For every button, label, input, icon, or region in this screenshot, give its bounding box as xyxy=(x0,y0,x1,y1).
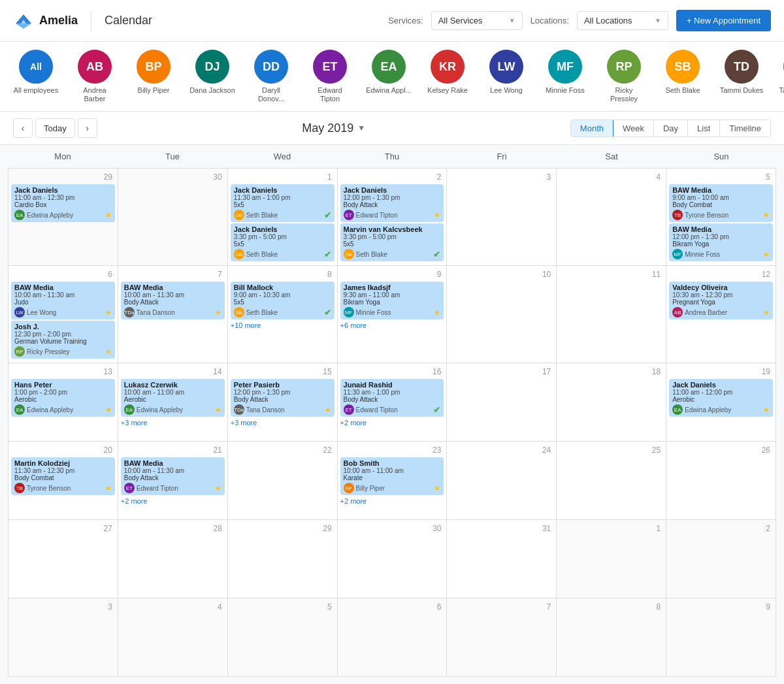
nav-buttons: ‹ Today › xyxy=(13,118,97,138)
employee-edwina[interactable]: EA Edwina Appl... xyxy=(366,50,412,95)
appt-jack-may19[interactable]: Jack Daniels 11:00 am - 12:00 pm Aerobic… xyxy=(669,379,773,417)
emp-dot-edward2: ET xyxy=(344,404,354,415)
employee-andrea[interactable]: AB Andrea Barber xyxy=(72,50,118,103)
cal-cell-jun4: 4 xyxy=(118,598,228,677)
cal-cell-jun8: 8 xyxy=(557,598,666,677)
cal-cell-jun7: 7 xyxy=(447,598,557,677)
date-may15: 15 xyxy=(231,366,335,378)
appt-bob-may23[interactable]: Bob Smith 10:00 am - 11:00 am Karate BP … xyxy=(340,457,444,495)
view-list-button[interactable]: List xyxy=(688,120,720,137)
view-week-button[interactable]: Week xyxy=(613,120,654,137)
emp-dot-edward1: ET xyxy=(344,210,354,220)
appt-lukasz-may14[interactable]: Lukasz Czerwik 10:00 am - 11:00 am Aerob… xyxy=(121,379,225,417)
employee-minnie-avatar: MF xyxy=(548,50,582,84)
cal-cell-may22: 22 xyxy=(228,442,338,520)
appt-baw-may6[interactable]: BAW Media 10:00 am - 11:30 am Judo LW Le… xyxy=(11,282,115,319)
employee-tammi-avatar: TD xyxy=(725,50,759,84)
employee-ricky[interactable]: RP Ricky Pressley xyxy=(601,50,647,103)
more-link-may21[interactable]: +2 more xyxy=(121,497,225,506)
calendar-month-year: May 2019 xyxy=(302,122,353,135)
cal-cell-may14: 14 Lukasz Czerwik 10:00 am - 11:00 am Ae… xyxy=(118,363,228,442)
date-apr30: 30 xyxy=(121,171,225,183)
cal-cell-may16: 16 Junaid Rashid 11:30 am - 1:00 pm Body… xyxy=(338,363,448,442)
day-header-thu: Thu xyxy=(337,145,447,168)
page-title: Calendar xyxy=(105,14,152,27)
emp-dot-edwina2: EA xyxy=(14,404,25,415)
employee-kelsey[interactable]: KR Kelsey Rake xyxy=(425,50,470,95)
more-link-may9[interactable]: +6 more xyxy=(340,321,444,330)
date-may18: 18 xyxy=(559,366,663,378)
employee-all[interactable]: All All employees xyxy=(13,50,59,95)
appt-hans-may13[interactable]: Hans Peter 1:00 pm - 2:00 pm Aerobic EA … xyxy=(11,379,115,417)
star-icon2: ★ xyxy=(434,211,440,220)
star-icon6: ★ xyxy=(105,348,112,356)
appt-junaid-may16[interactable]: Junaid Rashid 11:30 am - 1:00 pm Body At… xyxy=(340,379,444,417)
date-may6: 6 xyxy=(11,269,115,280)
employee-all-avatar: All xyxy=(19,50,53,84)
cal-cell-may20: 20 Martin Kolodziej 11:30 am - 12:30 pm … xyxy=(8,442,118,520)
appt-james-may9[interactable]: James Ikadsjf 9:30 am - 11:00 am Bikram … xyxy=(340,282,444,319)
new-appointment-button[interactable]: + New Appointment xyxy=(676,10,771,31)
appt-josh-may6[interactable]: Josh J. 12:30 pm - 2:00 pm German Volume… xyxy=(11,321,115,359)
appt-baw-may7[interactable]: BAW Media 10:00 am - 11:30 am Body Attac… xyxy=(121,282,225,319)
locations-dropdown[interactable]: All Locations ▼ xyxy=(577,11,668,30)
employee-tana[interactable]: TDa Tana Danson xyxy=(777,50,784,95)
employee-minnie[interactable]: MF Minnie Foss xyxy=(542,50,588,95)
services-dropdown[interactable]: All Services ▼ xyxy=(431,11,523,30)
date-jun5: 5 xyxy=(231,601,335,613)
cal-cell-jun1: 1 xyxy=(557,520,666,598)
appt-jack-may2[interactable]: Jack Daniels 12:00 pm - 1:30 pm Body Att… xyxy=(340,184,444,222)
employee-daryll-avatar: DD xyxy=(254,50,288,84)
employee-edward[interactable]: ET Edward Tipton xyxy=(307,50,353,103)
next-button[interactable]: › xyxy=(78,118,97,138)
employee-dana[interactable]: DJ Dana Jackson xyxy=(189,50,235,95)
emp-dot-seth2: SB xyxy=(234,249,244,259)
date-may4: 4 xyxy=(559,171,663,183)
cal-cell-may27: 27 xyxy=(8,520,118,598)
employee-edward-name: Edward Tipton xyxy=(307,86,353,103)
employee-daryll[interactable]: DD Daryll Donov... xyxy=(248,50,294,103)
view-day-button[interactable]: Day xyxy=(654,120,688,137)
appt-baw-may5-2[interactable]: BAW Media 12:00 pm - 1:30 pm Bikram Yoga… xyxy=(669,223,773,261)
more-link-may15[interactable]: +3 more xyxy=(231,418,335,427)
cal-cell-may31: 31 xyxy=(447,520,557,598)
employee-seth[interactable]: SB Seth Blake xyxy=(660,50,706,95)
appt-peter-may15[interactable]: Peter Pasierb 12:00 pm - 1:30 pm Body At… xyxy=(231,379,335,417)
day-header-mon: Mon xyxy=(8,145,118,168)
more-link-may23[interactable]: +2 more xyxy=(340,497,444,506)
more-link-may8[interactable]: +10 more xyxy=(231,321,335,330)
appt-jack-may1-1[interactable]: Jack Daniels 11:30 am - 1:00 pm 5x5 SB S… xyxy=(231,184,335,222)
employee-kelsey-name: Kelsey Rake xyxy=(427,86,468,95)
employee-lee[interactable]: LW Lee Wong xyxy=(483,50,529,95)
more-link-may14[interactable]: +3 more xyxy=(121,418,225,427)
appt-martin-may20[interactable]: Martin Kolodziej 11:30 am - 12:30 pm Bod… xyxy=(11,457,115,495)
cal-cell-may6: 6 BAW Media 10:00 am - 11:30 am Judo LW … xyxy=(8,266,118,363)
appt-baw-may21[interactable]: BAW Media 10:00 am - 11:30 am Body Attac… xyxy=(121,457,225,495)
star-icon8: ★ xyxy=(434,308,440,317)
prev-button[interactable]: ‹ xyxy=(13,118,33,138)
appt-marvin-may2[interactable]: Marvin van Kalcvsbeek 3:30 pm - 5:00 pm … xyxy=(340,223,444,261)
appt-bill-may8[interactable]: Bill Mallock 9:00 am - 10:30 am 5x5 SB S… xyxy=(231,282,335,319)
view-timeline-button[interactable]: Timeline xyxy=(720,120,770,137)
view-buttons: Month Week Day List Timeline xyxy=(570,120,771,137)
cal-cell-apr29: 29 Jack Daniels 11:00 am - 12:30 pm Card… xyxy=(8,169,118,266)
calendar-day-headers: Mon Tue Wed Thu Fri Sat Sun xyxy=(8,145,776,168)
appt-valdecy-may12[interactable]: Valdecy Oliveira 10:30 am - 12:30 pm Pre… xyxy=(669,282,773,319)
appt-baw-may5-1[interactable]: BAW Media 9:00 am - 10:00 am Body Combat… xyxy=(669,184,773,222)
appt-jack-may1-2[interactable]: Jack Daniels 3:30 pm - 5:00 pm 5x5 SB Se… xyxy=(231,223,335,261)
check-icon4: ✔ xyxy=(324,308,331,318)
view-month-button[interactable]: Month xyxy=(571,120,613,137)
date-jun9: 9 xyxy=(669,601,773,613)
calendar-title-chevron-icon[interactable]: ▼ xyxy=(357,123,365,133)
cal-cell-may17: 17 xyxy=(447,363,557,442)
appt-jack-apr29[interactable]: Jack Daniels 11:00 am - 12:30 pm Cardio … xyxy=(11,184,115,222)
date-may8: 8 xyxy=(231,269,335,280)
employee-billy[interactable]: BP Billy Piper xyxy=(131,50,176,95)
date-may11: 11 xyxy=(559,269,663,280)
today-button[interactable]: Today xyxy=(35,118,75,138)
cal-cell-may19: 19 Jack Daniels 11:00 am - 12:00 pm Aero… xyxy=(666,363,776,442)
emp-dot-tyrone1: TB xyxy=(672,210,683,220)
star-icon3: ★ xyxy=(763,211,770,220)
more-link-may16[interactable]: +2 more xyxy=(340,418,444,427)
employee-tammi[interactable]: TD Tammi Dukes xyxy=(719,50,764,95)
